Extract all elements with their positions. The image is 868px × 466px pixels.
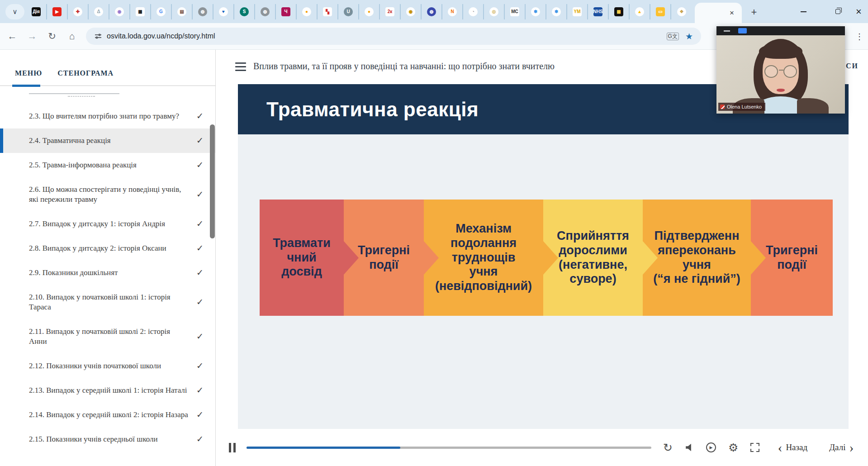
- hamburger-menu-icon[interactable]: [235, 62, 246, 71]
- book-favicon: ▤: [177, 7, 186, 16]
- pinned-tab[interactable]: ◍: [193, 4, 213, 19]
- sidebar-item[interactable]: 2.12. Показники учнів початкової школи✓: [0, 354, 215, 378]
- pinned-tab[interactable]: ❄: [526, 4, 546, 19]
- sidebar-item[interactable]: 2.13. Випадок у середній школі 1: історі…: [0, 378, 215, 403]
- sidebar-item[interactable]: 2.14. Випадок у середній школі 2: історі…: [0, 403, 215, 427]
- back-nav-label: Назад: [786, 442, 807, 452]
- pinned-tab[interactable]: ◍: [255, 4, 276, 19]
- nhs-favicon: NHS: [593, 7, 602, 16]
- pinned-tab[interactable]: NHS: [588, 4, 609, 19]
- sidebar-item[interactable]: 2.9. Показники дошкільнят✓: [0, 261, 215, 285]
- pinned-tab[interactable]: G: [151, 4, 172, 19]
- color-grid-favicon: ▚: [323, 7, 332, 16]
- forward-button[interactable]: →: [24, 29, 40, 44]
- reload-button[interactable]: ↻: [44, 29, 60, 44]
- bookmark-star-icon[interactable]: ★: [685, 31, 693, 42]
- volume-icon[interactable]: [685, 443, 694, 452]
- pinned-tab[interactable]: ✚: [68, 4, 89, 19]
- checkmark-icon: ✓: [196, 385, 204, 395]
- sidebar-item[interactable]: 2.11. Випадок у початковій школі 2: істо…: [0, 319, 215, 354]
- translate-icon[interactable]: G文: [667, 33, 679, 40]
- red-cross-favicon: ✚: [73, 7, 82, 16]
- pinned-tab[interactable]: S: [234, 4, 255, 19]
- close-tab-icon[interactable]: ×: [726, 8, 737, 19]
- pinned-tab[interactable]: ◍: [422, 4, 442, 19]
- pinned-tab[interactable]: ▭: [650, 4, 671, 19]
- fullscreen-icon[interactable]: [750, 443, 759, 452]
- sidebar-item-label: 2.3. Що вчителям потрібно знати про трав…: [29, 112, 179, 120]
- webcam-minimize-icon[interactable]: [724, 30, 730, 32]
- pinned-tab[interactable]: ◎: [484, 4, 505, 19]
- google-favicon: G: [157, 7, 166, 16]
- pinned-tab[interactable]: ◉: [109, 4, 130, 19]
- pinned-tab[interactable]: ▶: [47, 4, 68, 19]
- pinned-tab[interactable]: ◉: [401, 4, 422, 19]
- pinned-tab[interactable]: ❄: [546, 4, 567, 19]
- lesson-title: Вплив травми, та її прояв у поведінці та…: [253, 61, 555, 71]
- settings-gear-icon[interactable]: ⚙: [728, 441, 738, 454]
- home-button[interactable]: ⌂: [64, 29, 80, 44]
- minimize-icon: [801, 11, 806, 12]
- webcam-blue-button[interactable]: [738, 28, 747, 33]
- webcam-video: Olena Lutsenko: [716, 35, 845, 114]
- sidebar-item[interactable]: 2.4. Травматична реакція✓: [0, 128, 215, 153]
- sidebar-item-label: 2.5. Травма-інформована реакція: [29, 161, 137, 169]
- pinned-tab[interactable]: ❖: [671, 4, 692, 19]
- sidebar-item-label: 2.11. Випадок у початковій школі 2: істо…: [29, 327, 170, 346]
- pinned-tab[interactable]: ●: [359, 4, 380, 19]
- active-tab[interactable]: ×: [695, 3, 742, 23]
- pinned-tab[interactable]: U: [338, 4, 359, 19]
- pinned-tab[interactable]: ●: [297, 4, 318, 19]
- browser-menu-button[interactable]: ⋮: [854, 31, 864, 43]
- pinned-tab[interactable]: Дія: [26, 4, 47, 19]
- pinned-tab[interactable]: ▲: [630, 4, 650, 19]
- tab-search-button[interactable]: ∨: [5, 4, 24, 19]
- pinned-tab[interactable]: 2к: [380, 4, 401, 19]
- purple-target-favicon: ◉: [115, 7, 124, 16]
- window-minimize-button[interactable]: [791, 0, 816, 23]
- seek-bar[interactable]: [247, 447, 651, 449]
- new-tab-button[interactable]: +: [747, 5, 761, 19]
- snowflake-favicon: ❄: [531, 7, 540, 16]
- bell-favicon: ●: [302, 7, 311, 16]
- sidebar-item[interactable]: 2.3. Що вчителям потрібно знати про трав…: [0, 104, 215, 128]
- pinned-tab[interactable]: МС: [505, 4, 526, 19]
- sidebar-item[interactable]: 2.5. Травма-інформована реакція✓: [0, 153, 215, 177]
- pinned-tab[interactable]: Ч: [276, 4, 297, 19]
- sidebar-item-label: 2.15. Показники учнів середньої школи: [29, 435, 158, 443]
- replay-icon[interactable]: ↻: [663, 441, 673, 454]
- pinned-tab[interactable]: YM: [567, 4, 588, 19]
- sidebar-item[interactable]: 2.6. Що можна спостерігати у поведінці у…: [0, 177, 215, 212]
- window-restore-button[interactable]: [825, 0, 850, 23]
- back-button[interactable]: ←: [5, 29, 20, 44]
- pinned-tab[interactable]: ▤: [172, 4, 193, 19]
- sidebar-item[interactable]: 2.10. Випадок у початковій школі 1: істо…: [0, 285, 215, 319]
- url-text[interactable]: osvita.loda.gov.ua/ncdp/story.html: [107, 32, 667, 40]
- window-close-button[interactable]: ×: [849, 0, 868, 23]
- pause-button[interactable]: [229, 443, 236, 452]
- presenter-glasses: [764, 65, 798, 79]
- autoplay-icon[interactable]: ▶: [706, 442, 716, 452]
- chevron-right-icon: ›: [849, 441, 854, 454]
- site-settings-icon[interactable]: [94, 32, 102, 40]
- sidebar-tabs: МЕНЮ СТЕНОГРАМА: [0, 50, 215, 86]
- pinned-tab[interactable]: Δ: [89, 4, 109, 19]
- address-bar[interactable]: osvita.loda.gov.ua/ncdp/story.html G文 ★: [86, 28, 701, 45]
- sidebar-scrollbar[interactable]: [210, 124, 215, 238]
- pinned-tab[interactable]: ♥: [213, 4, 234, 19]
- sidebar-item[interactable]: 2.15. Показники учнів середньої школи✓: [0, 427, 215, 452]
- tab-menu[interactable]: МЕНЮ: [15, 69, 42, 77]
- course-sidebar: МЕНЮ СТЕНОГРАМА 2.3. Що вчителям потрібн…: [0, 50, 216, 466]
- pinned-tab[interactable]: ◔: [463, 4, 484, 19]
- pinned-tab[interactable]: ▦: [609, 4, 630, 19]
- sidebar-item[interactable]: 2.8. Випадок у дитсадку 2: історія Оксан…: [0, 236, 215, 261]
- back-nav-button[interactable]: ‹ Назад: [778, 441, 807, 454]
- webcam-overlay[interactable]: Olena Lutsenko: [716, 26, 845, 114]
- pinned-tab[interactable]: ▚: [318, 4, 338, 19]
- tab-transcript[interactable]: СТЕНОГРАМА: [57, 69, 114, 77]
- sidebar-item[interactable]: 2.7. Випадок у дитсадку 1: історія Андрі…: [0, 212, 215, 236]
- next-nav-button[interactable]: Далі ›: [829, 441, 854, 454]
- pinned-tab[interactable]: ▦: [130, 4, 151, 19]
- checkmark-icon: ✓: [196, 268, 204, 278]
- pinned-tab[interactable]: N: [442, 4, 463, 19]
